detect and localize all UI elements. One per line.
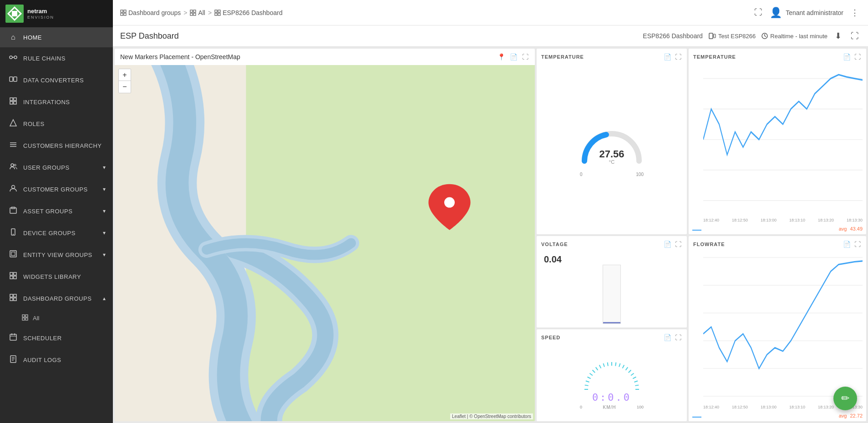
voltage-widget: VOLTAGE 📄 ⛶ 0.04 VOLTAGE: [537, 236, 687, 328]
svg-rect-32: [14, 298, 16, 301]
all-bc-icon: [190, 10, 196, 16]
sidebar-item-data-converters[interactable]: DATA CONVERTERS: [0, 69, 113, 91]
sidebar-item-label: CUSTOMERS HIERARCHY: [23, 142, 102, 149]
voltage-bar-outer: [603, 265, 621, 324]
sidebar-item-label: SCHEDULER: [23, 335, 62, 342]
svg-line-93: [588, 377, 591, 379]
map-save-button[interactable]: 📄: [509, 52, 518, 61]
voltage-save-button[interactable]: 📄: [663, 240, 672, 249]
svg-point-2: [10, 56, 12, 59]
chevron-down-icon: ▾: [103, 164, 106, 171]
temp-chart-save-button[interactable]: 📄: [842, 52, 852, 61]
speed-gauge-svg: [575, 355, 648, 392]
svg-marker-12: [10, 120, 16, 126]
asset-groups-icon: [9, 206, 18, 216]
map-container[interactable]: + −: [115, 65, 535, 421]
speed-fullscreen-button[interactable]: ⛶: [674, 333, 682, 342]
sidebar-item-label: INTEGRATIONS: [23, 99, 70, 106]
flowrate-fullscreen-button[interactable]: ⛶: [853, 240, 862, 249]
dashboard-header: ESP Dashboard ESP8266 Dashboard Test ESP…: [113, 25, 868, 47]
sidebar-item-device-groups[interactable]: DEVICE GROUPS ▾: [0, 222, 113, 244]
logo-icon: [5, 5, 24, 23]
chevron-down-icon: ▾: [103, 252, 106, 258]
sidebar-item-scheduler[interactable]: SCHEDULER: [0, 327, 113, 349]
voltage-fullscreen-button[interactable]: ⛶: [674, 240, 682, 249]
svg-rect-45: [121, 10, 123, 12]
svg-text:27.56: 27.56: [599, 148, 624, 160]
temp-gauge-actions: 📄 ⛶: [663, 52, 682, 61]
flowrate-header: FLOWRATE 📄 ⛶: [689, 236, 866, 251]
sidebar-item-roles[interactable]: ROLES: [0, 113, 113, 135]
speed-save-button[interactable]: 📄: [663, 333, 672, 342]
flowrate-chart-container: 300 200 100 0 -100 -200: [689, 251, 866, 405]
temp-legend-line: [692, 230, 701, 231]
breadcrumb-all[interactable]: All: [190, 9, 205, 16]
map-widget: New Markers Placement - OpenStreetMap 📍 …: [115, 49, 535, 421]
sidebar-subitem-all[interactable]: All: [0, 309, 113, 327]
map-fullscreen-button[interactable]: ⛶: [521, 52, 529, 61]
dashboard-grid: New Markers Placement - OpenStreetMap 📍 …: [113, 47, 868, 423]
svg-line-102: [619, 363, 620, 367]
breadcrumb-esp8266[interactable]: ESP8266 Dashboard: [214, 9, 283, 16]
dashboard-groups-bc-icon: [120, 10, 127, 16]
test-label: Test ESP8266: [718, 33, 756, 40]
sidebar-item-label: RULE CHAINS: [23, 55, 66, 62]
sidebar-item-audit-logs[interactable]: AUDIT LOGS: [0, 349, 113, 371]
flowrate-save-button[interactable]: 📄: [842, 240, 852, 249]
download-button[interactable]: ⬇: [833, 29, 843, 43]
temp-chart-svg: 300 200 100 0 -100: [703, 63, 863, 216]
sidebar-item-entity-view-groups[interactable]: ENTITY VIEW GROUPS ▾: [0, 244, 113, 266]
sidebar-item-label: ENTITY VIEW GROUPS: [23, 252, 92, 258]
temp-gauge-fullscreen-button[interactable]: ⛶: [674, 52, 682, 61]
map-zoom-in-button[interactable]: +: [119, 69, 131, 81]
sidebar-item-rule-chains[interactable]: RULE CHAINS: [0, 47, 113, 69]
svg-rect-52: [193, 13, 196, 15]
svg-line-103: [623, 365, 624, 368]
sidebar-item-home[interactable]: ⌂ HOME: [0, 27, 113, 47]
breadcrumb-dashboard-groups[interactable]: Dashboard groups: [120, 9, 181, 16]
svg-line-92: [586, 381, 589, 382]
sidebar-item-integrations[interactable]: INTEGRATIONS: [0, 91, 113, 113]
more-options-button[interactable]: ⋮: [849, 6, 861, 20]
svg-line-96: [596, 368, 598, 370]
sidebar-item-customer-groups[interactable]: CUSTOMER GROUPS ▾: [0, 178, 113, 200]
chevron-up-icon: ▴: [103, 295, 106, 302]
subitem-label: All: [33, 315, 39, 322]
svg-line-98: [603, 363, 604, 367]
temperature-gauge-widget: TEMPERATURE 📄 ⛶ 27.56 °C 0: [537, 49, 687, 234]
clock-icon: [761, 32, 768, 40]
dashboard-groups-icon: [9, 293, 18, 303]
entity-view-groups-icon: [9, 250, 18, 260]
temp-gauge-save-button[interactable]: 📄: [663, 52, 672, 61]
sidebar-item-user-groups[interactable]: USER GROUPS ▾: [0, 156, 113, 178]
map-zoom-out-button[interactable]: −: [119, 81, 131, 93]
sidebar-item-customers-hierarchy[interactable]: CUSTOMERS HIERARCHY: [0, 135, 113, 156]
sidebar-item-dashboard-groups[interactable]: DASHBOARD GROUPS ▴: [0, 287, 113, 309]
map-pin-button[interactable]: 📍: [497, 52, 506, 61]
temp-chart-container: 300 200 100 0 -100: [689, 63, 866, 218]
sidebar-item-asset-groups[interactable]: ASSET GROUPS ▾: [0, 200, 113, 222]
breadcrumb-sep-2: >: [208, 9, 212, 16]
svg-line-105: [629, 370, 631, 373]
flowrate-avg: avg 22.72: [839, 413, 863, 418]
breadcrumb-label: All: [198, 9, 205, 16]
voltage-title: VOLTAGE: [541, 242, 568, 247]
sidebar-item-widgets-library[interactable]: WIDGETS LIBRARY: [0, 266, 113, 287]
svg-rect-53: [215, 10, 217, 12]
fullscreen-button[interactable]: ⛶: [752, 6, 764, 19]
expand-button[interactable]: ⛶: [849, 30, 861, 43]
temp-chart-fullscreen-button[interactable]: ⛶: [853, 52, 862, 61]
svg-point-16: [11, 164, 14, 166]
svg-rect-51: [190, 13, 193, 15]
fab-edit-button[interactable]: ✏: [833, 387, 857, 410]
svg-rect-1: [12, 11, 17, 16]
scheduler-icon: [9, 333, 18, 343]
all-dashboards-icon: [22, 314, 28, 322]
device-groups-icon: [9, 228, 18, 238]
map-actions: 📍 📄 ⛶: [497, 52, 529, 61]
svg-rect-58: [714, 34, 716, 38]
roles-icon: [9, 119, 18, 129]
svg-rect-50: [193, 10, 196, 12]
speed-header: SPEED 📄 ⛶: [537, 329, 687, 344]
user-profile[interactable]: 👤 Tenant administrator: [770, 7, 843, 19]
